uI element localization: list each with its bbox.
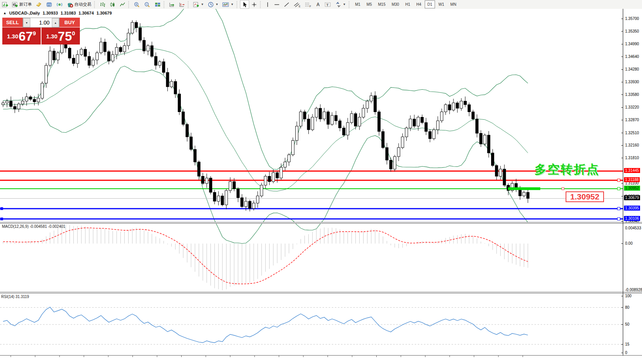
annotation-text: 多空转折点 bbox=[534, 161, 600, 178]
crosshair-icon bbox=[251, 2, 257, 8]
time-axis-ticks bbox=[11, 356, 523, 357]
cursor-tool-button[interactable] bbox=[240, 0, 249, 9]
timeframe-w1[interactable]: W1 bbox=[436, 0, 447, 8]
templates-button[interactable]: ▼ bbox=[220, 0, 236, 9]
price-tick-label: 1.33220 bbox=[625, 105, 639, 109]
rsi-label: RSI(14) 31.3119 bbox=[1, 295, 29, 299]
pane-separator[interactable] bbox=[0, 292, 642, 293]
price-level-tag[interactable]: 1.30952 bbox=[566, 191, 604, 202]
text-label-tool[interactable]: T bbox=[323, 0, 333, 9]
timeframe-m5[interactable]: M5 bbox=[364, 0, 375, 8]
auto-scroll-button[interactable] bbox=[167, 0, 177, 9]
arrows-icon bbox=[335, 2, 341, 8]
macd-zero-label: 0.00 bbox=[625, 241, 632, 245]
timeframe-m1[interactable]: M1 bbox=[352, 0, 363, 8]
cursor-icon bbox=[242, 2, 247, 8]
toolbar-separator bbox=[237, 1, 239, 8]
buy-button[interactable]: BUY bbox=[60, 18, 80, 28]
toolbar-separator bbox=[128, 1, 131, 8]
vertical-line-icon bbox=[265, 2, 270, 8]
navigator-button[interactable] bbox=[55, 0, 65, 9]
pane-separator[interactable] bbox=[0, 222, 642, 224]
crosshair-tool-button[interactable] bbox=[249, 0, 259, 9]
buy-price-pip: 0 bbox=[72, 30, 75, 36]
buy-price-panel[interactable]: 1.30 75 0 bbox=[41, 28, 80, 44]
templates-icon bbox=[222, 2, 229, 8]
svg-text:E: E bbox=[299, 5, 301, 8]
volume-spinner: ▼ 1.00 ▲ bbox=[23, 18, 60, 28]
pane-bottom-frame bbox=[0, 355, 642, 356]
chart-area[interactable]: ▲ USDCAD-,Daily 1.30933 1.31083 1.30674 … bbox=[0, 9, 642, 364]
price-tick-label: 1.33580 bbox=[625, 92, 639, 97]
rsi-level-label: 80 bbox=[625, 305, 629, 310]
macd-min-label: -0.008928 bbox=[625, 288, 642, 292]
timeframe-h1[interactable]: H1 bbox=[402, 0, 413, 8]
timeframe-m15[interactable]: M15 bbox=[376, 0, 388, 8]
chart-shift-button[interactable] bbox=[177, 0, 187, 9]
vertical-line-tool[interactable] bbox=[263, 0, 272, 9]
zoom-in-button[interactable] bbox=[132, 0, 142, 9]
fibonacci-tool[interactable]: F bbox=[303, 0, 313, 9]
candlesticks bbox=[2, 20, 529, 212]
periods-button[interactable]: ▼ bbox=[206, 0, 220, 9]
pivot-highlight[interactable] bbox=[508, 187, 566, 190]
svg-text:F: F bbox=[309, 5, 311, 8]
rsi-level-label: 15 bbox=[625, 342, 629, 346]
buy-price-big: 75 bbox=[58, 30, 72, 43]
indicators-button[interactable]: ▼ bbox=[191, 0, 206, 9]
tile-windows-button[interactable] bbox=[152, 0, 163, 9]
candlestick-icon bbox=[109, 2, 116, 8]
macd-signal-line bbox=[3, 228, 528, 284]
toolbar-separator bbox=[94, 1, 97, 8]
price-badge: 1.30106 bbox=[624, 216, 640, 221]
timeframe-group: M1M5M15M30H1H4D1W1MN bbox=[352, 0, 460, 9]
market-watch-button[interactable] bbox=[34, 0, 44, 9]
bar-chart-icon bbox=[99, 2, 106, 8]
timeframe-d1[interactable]: D1 bbox=[425, 0, 435, 8]
autotrading-icon bbox=[67, 2, 73, 8]
line-anchors[interactable] bbox=[0, 179, 620, 220]
ohlc-open: 1.30933 bbox=[43, 11, 58, 15]
rsi-levels bbox=[0, 308, 623, 344]
volume-decrease-button[interactable]: ▼ bbox=[23, 18, 30, 27]
bar-chart-mode-button[interactable] bbox=[98, 0, 108, 9]
arrows-tool[interactable]: ▼ bbox=[333, 0, 348, 9]
sell-price-panel[interactable]: 1.30 67 9 bbox=[2, 28, 41, 44]
collapse-triangle-icon[interactable]: ▲ bbox=[3, 11, 7, 15]
volume-value[interactable]: 1.00 bbox=[30, 18, 52, 27]
new-chart-button[interactable] bbox=[0, 0, 10, 9]
horizontal-lines[interactable] bbox=[0, 171, 623, 219]
ohlc-high: 1.31083 bbox=[61, 11, 76, 15]
data-window-button[interactable] bbox=[44, 0, 55, 9]
autotrading-button[interactable]: 自动交易 bbox=[65, 0, 93, 9]
mt4-window: 新订单 自动交易 bbox=[0, 0, 642, 364]
auto-scroll-icon bbox=[169, 2, 175, 8]
price-badge: 1.30679 bbox=[624, 195, 640, 200]
timeframe-m30[interactable]: M30 bbox=[389, 0, 402, 8]
text-tool[interactable]: A bbox=[313, 0, 323, 9]
svg-text:T: T bbox=[326, 3, 329, 7]
chart-shift-icon bbox=[179, 2, 185, 8]
candle-chart-mode-button[interactable] bbox=[108, 0, 117, 9]
volume-increase-button[interactable]: ▲ bbox=[52, 18, 59, 27]
navigator-icon bbox=[56, 2, 63, 8]
rsi-level-label: 50 bbox=[625, 322, 629, 326]
new-chart-icon bbox=[2, 2, 8, 8]
arrows-caret: ▼ bbox=[343, 3, 346, 6]
zoom-out-button[interactable] bbox=[142, 0, 152, 9]
trendline-tool[interactable] bbox=[282, 0, 292, 9]
new-order-icon bbox=[12, 2, 18, 8]
sell-button[interactable]: SELL bbox=[2, 18, 23, 28]
rsi-level-label: 100 bbox=[625, 294, 632, 298]
new-order-button[interactable]: 新订单 bbox=[10, 0, 34, 9]
new-order-label: 新订单 bbox=[19, 2, 32, 7]
line-chart-mode-button[interactable] bbox=[117, 0, 127, 9]
channel-tool[interactable]: E bbox=[292, 0, 303, 9]
timeframe-mn[interactable]: MN bbox=[448, 0, 459, 8]
timeframe-h4[interactable]: H4 bbox=[414, 0, 424, 8]
toolbar-separator bbox=[164, 1, 166, 8]
horizontal-line-tool[interactable] bbox=[272, 0, 282, 9]
sell-price-pip: 9 bbox=[33, 30, 36, 36]
price-tick-label: 1.34990 bbox=[625, 42, 639, 46]
price-tick-label: 1.35700 bbox=[625, 16, 639, 21]
